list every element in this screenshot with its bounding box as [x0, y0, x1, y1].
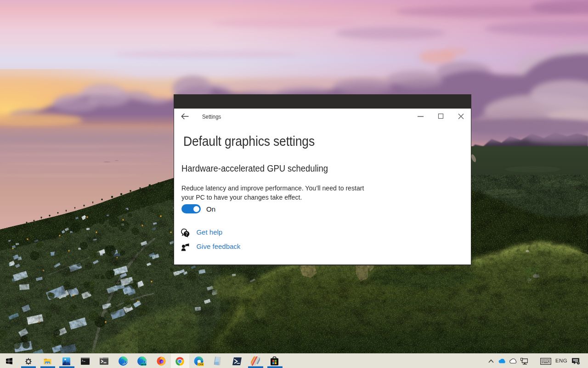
svg-text:CAN: CAN — [198, 363, 204, 366]
svg-text:BETA: BETA — [141, 363, 146, 366]
